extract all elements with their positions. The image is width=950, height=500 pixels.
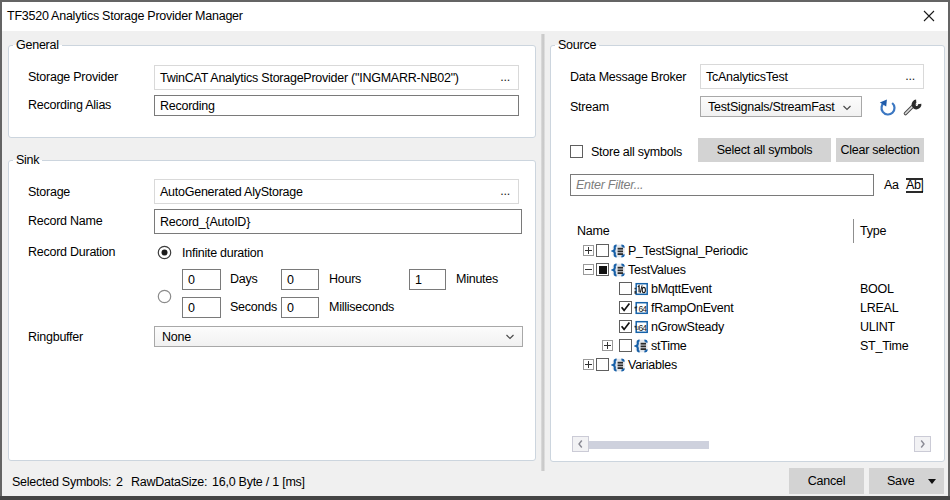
svg-text:64: 64	[638, 322, 647, 332]
svg-text:64: 64	[638, 303, 647, 313]
